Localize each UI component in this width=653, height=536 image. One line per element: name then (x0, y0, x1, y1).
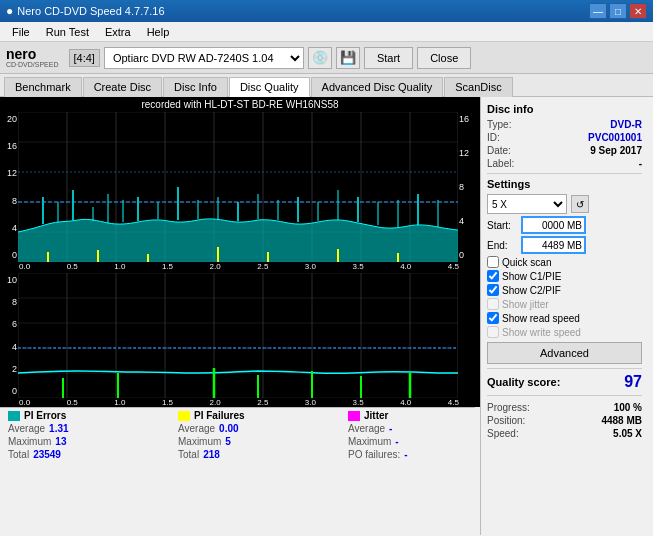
tab-benchmark[interactable]: Benchmark (4, 77, 82, 97)
quick-scan-row: Quick scan (487, 256, 642, 268)
advanced-button[interactable]: Advanced (487, 342, 642, 364)
top-chart-y-labels-right: 1612840 (458, 112, 476, 262)
progress-row: Progress: 100 % (487, 402, 642, 413)
quality-score-row: Quality score: 97 (487, 373, 642, 391)
speed-select[interactable]: 5 X (487, 194, 567, 214)
menu-help[interactable]: Help (139, 24, 178, 40)
maximize-button[interactable]: □ (609, 3, 627, 19)
close-button[interactable]: ✕ (629, 3, 647, 19)
top-chart-svg (18, 112, 458, 262)
disc-id-row: ID: PVC001001 (487, 132, 642, 143)
show-jitter-label: Show jitter (502, 299, 549, 310)
show-write-speed-row: Show write speed (487, 326, 642, 338)
titlebar-title: ● Nero CD-DVD Speed 4.7.7.16 (6, 4, 165, 18)
jitter-color (348, 411, 360, 421)
disc-info-title: Disc info (487, 103, 642, 115)
divider1 (487, 173, 642, 174)
legend-area: PI Errors Average 1.31 Maximum 13 Total … (0, 407, 475, 462)
start-setting-row: Start: (487, 216, 642, 234)
chart-panel: recorded with HL-DT-ST BD-RE WH16NS58 20… (0, 97, 480, 535)
bottom-right-spacer (458, 273, 476, 398)
show-c2-pif-row: Show C2/PIF (487, 284, 642, 296)
pi-failures-color (178, 411, 190, 421)
speed-row: Speed: 5.05 X (487, 428, 642, 439)
pi-failures-title: PI Failures (194, 410, 245, 421)
quality-score-value: 97 (624, 373, 642, 391)
legend-pi-failures: PI Failures Average 0.00 Maximum 5 Total… (178, 410, 308, 460)
minimize-button[interactable]: — (589, 3, 607, 19)
titlebar-controls: — □ ✕ (589, 3, 647, 19)
settings-title: Settings (487, 178, 642, 190)
quality-score-label: Quality score: (487, 376, 560, 388)
refresh-button[interactable]: ↺ (571, 195, 589, 213)
main-area: recorded with HL-DT-ST BD-RE WH16NS58 20… (0, 97, 653, 535)
disc-type-row: Type: DVD-R (487, 119, 642, 130)
right-panel: Disc info Type: DVD-R ID: PVC001001 Date… (480, 97, 648, 535)
end-label: End: (487, 240, 517, 251)
show-c2-pif-label: Show C2/PIF (502, 285, 561, 296)
save-icon-button[interactable]: 💾 (336, 47, 360, 69)
app-title: Nero CD-DVD Speed 4.7.7.16 (17, 5, 164, 17)
start-label: Start: (487, 220, 517, 231)
position-row: Position: 4488 MB (487, 415, 642, 426)
tab-bar: Benchmark Create Disc Disc Info Disc Qua… (0, 74, 653, 97)
eject-icon-button[interactable]: 💿 (308, 47, 332, 69)
legend-pi-errors: PI Errors Average 1.31 Maximum 13 Total … (8, 410, 138, 460)
chart-title: recorded with HL-DT-ST BD-RE WH16NS58 (0, 97, 480, 112)
tab-disc-quality[interactable]: Disc Quality (229, 77, 310, 97)
show-c2-pif-checkbox[interactable] (487, 284, 499, 296)
disc-label-row: Label: - (487, 158, 642, 169)
divider2 (487, 368, 642, 369)
app-logo: ● (6, 4, 13, 18)
bracket-label: [4:4] (69, 49, 100, 67)
show-read-speed-checkbox[interactable] (487, 312, 499, 324)
legend-jitter: Jitter Average - Maximum - PO failures: … (348, 410, 478, 460)
menu-file[interactable]: File (4, 24, 38, 40)
show-read-speed-label: Show read speed (502, 313, 580, 324)
speed-setting-row: 5 X ↺ (487, 194, 642, 214)
top-chart-y-labels-left: 201612840 (0, 112, 18, 262)
quick-scan-checkbox[interactable] (487, 256, 499, 268)
titlebar: ● Nero CD-DVD Speed 4.7.7.16 — □ ✕ (0, 0, 653, 22)
drive-select[interactable]: Optiarc DVD RW AD-7240S 1.04 (104, 47, 304, 69)
menu-extra[interactable]: Extra (97, 24, 139, 40)
disc-date-row: Date: 9 Sep 2017 (487, 145, 642, 156)
bottom-chart-svg (18, 273, 458, 398)
bottom-chart-x-labels: 0.00.51.01.52.02.53.03.54.04.5 (0, 398, 480, 407)
end-setting-row: End: (487, 236, 642, 254)
menu-run-test[interactable]: Run Test (38, 24, 97, 40)
top-chart-x-labels: 0.00.51.01.52.02.53.03.54.04.5 (0, 262, 480, 271)
tab-disc-info[interactable]: Disc Info (163, 77, 228, 97)
tab-create-disc[interactable]: Create Disc (83, 77, 162, 97)
show-c1-pie-row: Show C1/PIE (487, 270, 642, 282)
toolbar: nero CD·DVD/SPEED [4:4] Optiarc DVD RW A… (0, 42, 653, 74)
start-value-input[interactable] (521, 216, 586, 234)
show-read-speed-row: Show read speed (487, 312, 642, 324)
divider3 (487, 395, 642, 396)
nero-logo: nero CD·DVD/SPEED (6, 47, 59, 68)
end-value-input[interactable] (521, 236, 586, 254)
quick-scan-label: Quick scan (502, 257, 551, 268)
show-jitter-checkbox[interactable] (487, 298, 499, 310)
bottom-chart-y-labels: 1086420 (0, 273, 18, 398)
show-c1-pie-checkbox[interactable] (487, 270, 499, 282)
jitter-title: Jitter (364, 410, 388, 421)
menubar: File Run Test Extra Help (0, 22, 653, 42)
pi-errors-color (8, 411, 20, 421)
tab-scan-disc[interactable]: ScanDisc (444, 77, 512, 97)
start-button[interactable]: Start (364, 47, 413, 69)
tab-advanced-disc-quality[interactable]: Advanced Disc Quality (311, 77, 444, 97)
pi-errors-title: PI Errors (24, 410, 66, 421)
progress-section: Progress: 100 % Position: 4488 MB Speed:… (487, 402, 642, 439)
show-jitter-row: Show jitter (487, 298, 642, 310)
show-c1-pie-label: Show C1/PIE (502, 271, 561, 282)
close-toolbar-button[interactable]: Close (417, 47, 471, 69)
show-write-speed-label: Show write speed (502, 327, 581, 338)
show-write-speed-checkbox[interactable] (487, 326, 499, 338)
